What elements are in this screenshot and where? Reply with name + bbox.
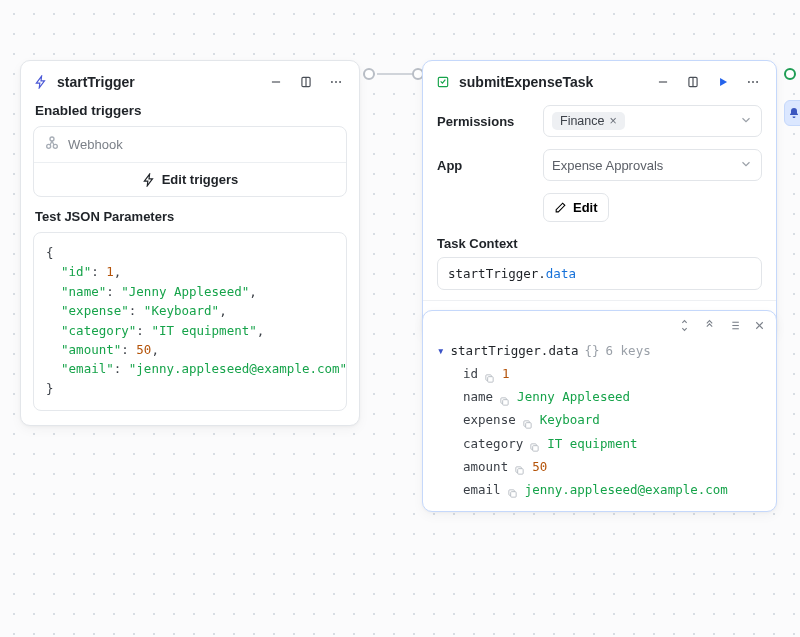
copy-icon[interactable] — [522, 414, 534, 426]
trigger-label: Webhook — [68, 137, 123, 152]
test-json-editor[interactable]: { "id": 1, "name": "Jenny Appleseed", "e… — [33, 232, 347, 411]
permissions-select[interactable]: Finance × — [543, 105, 762, 137]
minimize-button[interactable] — [265, 71, 287, 93]
permissions-label: Permissions — [437, 114, 533, 129]
triangle-down-icon: ▾ — [437, 339, 445, 362]
tree-row[interactable]: emailjenny.appleseed@example.com — [437, 478, 762, 501]
more-button[interactable] — [742, 71, 764, 93]
collapse-all-icon[interactable] — [703, 319, 716, 335]
ctx-base: startTrigger — [448, 266, 538, 281]
copy-icon[interactable] — [499, 391, 511, 403]
copy-icon[interactable] — [514, 460, 526, 472]
tree-key: name — [463, 385, 493, 408]
svg-rect-25 — [503, 399, 509, 405]
submit-expense-node[interactable]: submitExpenseTask Permissions Finance × … — [422, 60, 777, 338]
minimize-button[interactable] — [652, 71, 674, 93]
tree-row[interactable]: categoryIT equipment — [437, 432, 762, 455]
root-base: startTrigger — [451, 343, 541, 358]
svg-point-3 — [331, 81, 333, 83]
copy-icon[interactable] — [529, 437, 541, 449]
svg-rect-27 — [533, 446, 539, 452]
edit-app-button[interactable]: Edit — [543, 193, 609, 222]
tree-value: 1 — [502, 362, 510, 385]
tree-row[interactable]: amount50 — [437, 455, 762, 478]
chip-label: Finance — [560, 114, 604, 128]
tree-key: category — [463, 432, 523, 455]
app-select[interactable]: Expense Approvals — [543, 149, 762, 181]
tree-value: jenny.appleseed@example.com — [525, 478, 728, 501]
triggers-box: Webhook Edit triggers — [33, 126, 347, 197]
svg-point-5 — [339, 81, 341, 83]
key-count: 6 keys — [606, 339, 651, 362]
card-toggle-button[interactable] — [295, 71, 317, 93]
ctx-prop: data — [546, 266, 576, 281]
tree-value: 50 — [532, 455, 547, 478]
chevron-down-icon — [739, 157, 753, 174]
notifications-pill[interactable] — [784, 100, 800, 126]
tree-key: id — [463, 362, 478, 385]
app-label: App — [437, 158, 533, 173]
pencil-icon — [554, 201, 567, 214]
chevron-down-icon — [739, 113, 753, 130]
task-context-input[interactable]: startTrigger.data — [437, 257, 762, 290]
svg-point-8 — [50, 137, 54, 141]
svg-rect-28 — [518, 469, 524, 475]
start-trigger-node[interactable]: startTrigger Enabled triggers Webhook Ed… — [20, 60, 360, 426]
more-button[interactable] — [325, 71, 347, 93]
svg-point-13 — [748, 81, 750, 83]
svg-rect-26 — [525, 423, 531, 429]
node-title: submitExpenseTask — [459, 74, 644, 90]
chip-remove-icon[interactable]: × — [609, 114, 616, 128]
svg-point-14 — [752, 81, 754, 83]
connector-line — [377, 73, 415, 75]
tree-row[interactable]: nameJenny Appleseed — [437, 385, 762, 408]
edit-app-label: Edit — [573, 200, 598, 215]
task-icon — [435, 74, 451, 90]
svg-point-4 — [335, 81, 337, 83]
trigger-webhook-row[interactable]: Webhook — [34, 127, 346, 163]
node-title: startTrigger — [57, 74, 257, 90]
list-view-icon[interactable] — [728, 319, 741, 335]
test-json-heading: Test JSON Parameters — [21, 207, 359, 232]
expand-collapse-icon[interactable] — [678, 319, 691, 335]
lightning-small-icon — [142, 173, 156, 187]
card-toggle-button[interactable] — [682, 71, 704, 93]
tree-root[interactable]: ▾ startTrigger.data {} 6 keys — [437, 339, 762, 362]
svg-rect-29 — [510, 492, 516, 498]
braces-icon: {} — [584, 339, 599, 362]
permission-chip-finance[interactable]: Finance × — [552, 112, 625, 130]
tree-row[interactable]: expenseKeyboard — [437, 408, 762, 431]
left-output-port[interactable] — [363, 68, 375, 80]
copy-icon[interactable] — [507, 483, 519, 495]
tree-key: expense — [463, 408, 516, 431]
edit-triggers-label: Edit triggers — [162, 172, 239, 187]
right-output-port[interactable] — [784, 68, 796, 80]
svg-rect-24 — [488, 376, 494, 382]
bell-icon — [788, 107, 800, 119]
tree-value: Jenny Appleseed — [517, 385, 630, 408]
tree-key: email — [463, 478, 501, 501]
tree-row[interactable]: id1 — [437, 362, 762, 385]
lightning-icon — [33, 74, 49, 90]
close-icon[interactable] — [753, 319, 766, 335]
svg-point-15 — [756, 81, 758, 83]
webhook-icon — [44, 135, 60, 154]
app-value: Expense Approvals — [552, 158, 663, 173]
task-context-label: Task Context — [423, 228, 776, 257]
data-inspector-panel[interactable]: ▾ startTrigger.data {} 6 keys id1nameJen… — [422, 310, 777, 512]
copy-icon[interactable] — [484, 368, 496, 380]
tree-key: amount — [463, 455, 508, 478]
tree-value: Keyboard — [540, 408, 600, 431]
root-prop: data — [548, 343, 578, 358]
enabled-triggers-heading: Enabled triggers — [21, 99, 359, 126]
run-button[interactable] — [712, 71, 734, 93]
edit-triggers-button[interactable]: Edit triggers — [34, 163, 346, 196]
tree-value: IT equipment — [547, 432, 637, 455]
